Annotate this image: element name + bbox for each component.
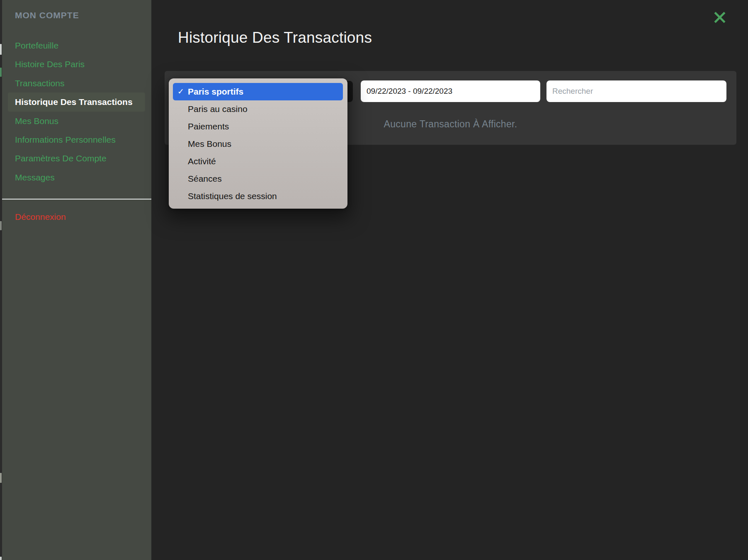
sidebar-nav: Portefeuille Histoire Des Paris Transact… [2, 36, 151, 187]
dropdown-option-statistiques-de-session[interactable]: ✓ Statistiques de session [173, 187, 343, 205]
page-title: Historique Des Transactions [178, 29, 372, 46]
background-fragment [0, 44, 2, 55]
sidebar-title: MON COMPTE [15, 10, 79, 20]
sidebar-item-messages[interactable]: Messages [2, 168, 151, 187]
close-icon [714, 12, 726, 23]
dropdown-option-label: Activité [188, 153, 216, 170]
sidebar-item-informations-personnelles[interactable]: Informations Personnelles [2, 130, 151, 149]
sidebar-item-portefeuille[interactable]: Portefeuille [2, 36, 151, 55]
date-range-input[interactable] [361, 80, 540, 102]
background-fragment [0, 557, 2, 560]
dropdown-option-label: Paris sportifs [188, 83, 243, 100]
sidebar-item-mes-bonus[interactable]: Mes Bonus [2, 112, 151, 130]
dropdown-option-paris-au-casino[interactable]: ✓ Paris au casino [173, 100, 343, 118]
logout-link[interactable]: Déconnexion [15, 212, 66, 222]
sidebar-item-histoire-des-paris[interactable]: Histoire Des Paris [2, 55, 151, 73]
transaction-type-dropdown-menu: ✓ Paris sportifs ✓ Paris au casino ✓ Pai… [169, 78, 347, 209]
sidebar-item-transactions[interactable]: Transactions [2, 74, 151, 93]
background-fragment [0, 221, 2, 230]
account-sidebar: MON COMPTE Portefeuille Histoire Des Par… [2, 0, 151, 560]
dropdown-option-paiements[interactable]: ✓ Paiements [173, 118, 343, 135]
dropdown-option-label: Paris au casino [188, 100, 248, 118]
background-fragment [0, 68, 2, 77]
dropdown-option-label: Statistiques de session [188, 187, 277, 205]
dropdown-option-activite[interactable]: ✓ Activité [173, 153, 343, 170]
dropdown-option-paris-sportifs[interactable]: ✓ Paris sportifs [173, 83, 343, 100]
sidebar-item-parametres-de-compte[interactable]: Paramètres De Compte [2, 149, 151, 168]
background-fragment [0, 473, 2, 483]
close-button[interactable] [712, 10, 727, 25]
sidebar-item-historique-des-transactions[interactable]: Historique Des Transactions [8, 93, 145, 111]
dropdown-option-seances[interactable]: ✓ Séances [173, 170, 343, 187]
dropdown-option-mes-bonus[interactable]: ✓ Mes Bonus [173, 135, 343, 153]
transaction-history-panel: Historique Des Transactions Paris sporti… [153, 0, 748, 560]
search-input[interactable] [546, 80, 726, 102]
checkmark-icon: ✓ [173, 83, 188, 100]
dropdown-option-label: Séances [188, 170, 222, 187]
dropdown-option-label: Paiements [188, 118, 229, 135]
dropdown-option-label: Mes Bonus [188, 135, 231, 153]
sidebar-divider [2, 199, 151, 200]
